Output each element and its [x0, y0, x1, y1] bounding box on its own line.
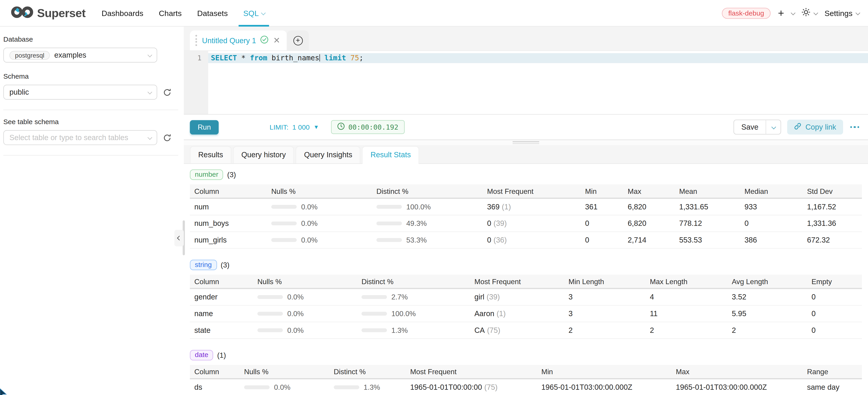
editor-code-area[interactable]: SELECT * from birth_names limit 75; — [208, 51, 868, 114]
cell-most-frequent: 0(39) — [483, 219, 581, 227]
cell-min-length: 3 — [564, 309, 645, 318]
limit-dropdown[interactable]: LIMIT: 1 000 ▼ — [270, 123, 319, 131]
cell-max: 6,820 — [623, 219, 675, 227]
cell-min: 1965-01-01T03:00:00.000Z — [537, 383, 672, 391]
cell-max-length: 11 — [645, 309, 727, 318]
cell-max-length: 4 — [645, 293, 727, 301]
column-header: Most Frequent — [483, 187, 581, 195]
editor-gutter: 1 — [184, 51, 208, 114]
sql-code-editor[interactable]: 1 SELECT * from birth_names limit 75; — [184, 50, 868, 114]
percent-value: 0.0% — [287, 326, 304, 334]
table-select[interactable]: Select table or type to search tables — [3, 130, 157, 145]
cell-distinct-: 100.0% — [372, 203, 483, 211]
tab-query-history[interactable]: Query history — [233, 146, 294, 163]
add-tab-area: + — [287, 30, 309, 50]
elapsed-time: 00:00:00.192 — [348, 123, 398, 131]
cell-most-frequent: 1965-01-01T00:00:00(75) — [406, 383, 537, 391]
close-tab-icon[interactable]: ✕ — [273, 35, 280, 45]
database-label: Database — [3, 35, 181, 43]
cell-min-length: 3 — [564, 293, 645, 301]
cell-column: num_girls — [190, 236, 267, 244]
database-engine-tag: postgresql — [9, 51, 50, 60]
add-query-tab-button[interactable]: + — [293, 36, 303, 45]
column-header: Empty — [807, 277, 862, 285]
cell-empty: 0 — [807, 326, 862, 334]
limit-value: 1 000 — [292, 123, 310, 131]
toolbar-right: Save Copy link — [734, 120, 860, 134]
query-tab[interactable]: Untitled Query 1 ✕ — [190, 30, 287, 50]
column-header: Most Frequent — [470, 277, 564, 285]
top-navbar: Superset Dashboards Charts Datasets SQL … — [0, 0, 868, 27]
copy-link-button[interactable]: Copy link — [787, 120, 843, 134]
column-header: Std Dev — [803, 187, 862, 195]
section-header: date(1) — [190, 350, 862, 361]
pane-resize-handle[interactable] — [184, 140, 868, 145]
editor-toolbar: Run LIMIT: 1 000 ▼ 00:00:00.192 — [184, 114, 868, 140]
nav-item-charts[interactable]: Charts — [151, 0, 189, 26]
line-number: 1 — [184, 53, 208, 63]
table-row: num_girls0.0%53.3%0(36)02,714553.5338667… — [190, 232, 862, 249]
tab-result-stats[interactable]: Result Stats — [362, 146, 419, 164]
frequent-count: (75) — [484, 383, 498, 391]
collapse-sidebar-button[interactable] — [175, 230, 184, 246]
frequent-value: 0 — [487, 219, 491, 227]
database-select[interactable]: postgresql examples — [3, 48, 157, 62]
drag-handle-icon[interactable] — [194, 34, 198, 47]
schema-select[interactable]: public — [3, 85, 157, 100]
table-row: num0.0%100.0%369(1)3616,8201,331.659331,… — [190, 199, 862, 216]
sidebar-divider — [3, 110, 178, 110]
tab-results[interactable]: Results — [190, 146, 231, 163]
cell-nulls-: 0.0% — [267, 203, 372, 211]
column-header: Distinct % — [329, 367, 406, 375]
mouse-cursor — [0, 386, 8, 395]
sql-statement-line: SELECT * from birth_names limit 75; — [208, 53, 868, 63]
superset-logo[interactable]: Superset — [11, 5, 86, 22]
cell-distinct-: 1.3% — [329, 383, 406, 391]
save-button[interactable]: Save — [734, 120, 766, 134]
stats-section-number: number(3)ColumnNulls %Distinct %Most Fre… — [190, 170, 862, 248]
cell-std-dev: 1,331.36 — [803, 219, 862, 227]
save-options-caret[interactable] — [766, 120, 780, 134]
cell-median: 933 — [740, 203, 803, 211]
column-header: Nulls % — [267, 187, 372, 195]
nav-item-datasets[interactable]: Datasets — [189, 0, 236, 26]
cell-nulls-: 0.0% — [253, 309, 357, 318]
percent-value: 0.0% — [287, 309, 304, 318]
stats-table-number: ColumnNulls %Distinct %Most FrequentMinM… — [190, 184, 862, 249]
stats-table-date: ColumnNulls %Distinct %Most FrequentMinM… — [190, 365, 862, 395]
table-row: gender0.0%2.7%girl(39)343.520 — [190, 289, 862, 306]
refresh-tables-icon[interactable] — [163, 133, 172, 142]
percent-value: 49.3% — [406, 219, 427, 227]
cell-avg-length: 5.95 — [727, 309, 807, 318]
percent-value: 53.3% — [406, 236, 427, 244]
column-header: Median — [740, 187, 803, 195]
cell-column: ds — [190, 383, 240, 391]
table-header-row: ColumnNulls %Distinct %Most FrequentMinM… — [190, 365, 862, 379]
cell-min: 0 — [581, 236, 623, 244]
brand-title: Superset — [37, 6, 86, 20]
cell-std-dev: 1,167.52 — [803, 203, 862, 211]
theme-toggle[interactable] — [802, 8, 817, 18]
dropdown-arrow-icon: ▼ — [314, 124, 319, 130]
table-header-row: ColumnNulls %Distinct %Most FrequentMinM… — [190, 184, 862, 199]
query-success-check-icon — [260, 35, 268, 46]
cell-most-frequent: CA(75) — [470, 326, 564, 334]
percent-bar — [362, 295, 387, 299]
tab-query-insights[interactable]: Query Insights — [296, 146, 361, 163]
database-value: examples — [54, 51, 86, 59]
result-stats-content: number(3)ColumnNulls %Distinct %Most Fre… — [184, 164, 868, 395]
type-badge-date: date — [190, 350, 213, 361]
nav-item-dashboards[interactable]: Dashboards — [94, 0, 151, 26]
chevron-down-icon[interactable] — [791, 10, 796, 15]
new-item-button[interactable]: + — [778, 8, 784, 18]
nav-item-sql[interactable]: SQL — [236, 0, 273, 26]
settings-menu[interactable]: Settings — [825, 9, 859, 18]
refresh-schemas-icon[interactable] — [163, 88, 172, 97]
column-header: Most Frequent — [406, 367, 537, 375]
table-row: name0.0%100.0%Aaron(1)3115.950 — [190, 306, 862, 322]
percent-bar — [376, 205, 402, 209]
column-count: (3) — [221, 261, 229, 269]
run-query-button[interactable]: Run — [190, 120, 219, 134]
query-tabstrip: Untitled Query 1 ✕ + — [184, 27, 868, 50]
more-actions-button[interactable] — [849, 124, 860, 130]
